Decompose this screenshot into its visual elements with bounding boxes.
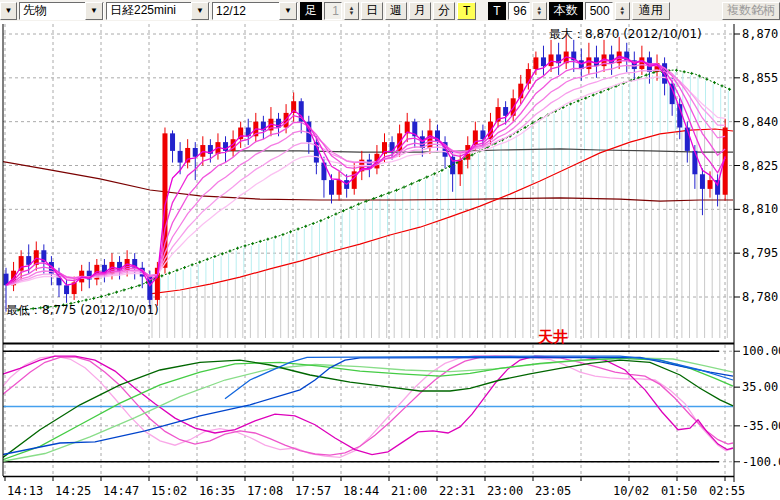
chevron-down-icon: ▼	[5, 6, 13, 15]
ema-ribbon	[6, 56, 725, 285]
contract-month-select[interactable]: 12/12 ▼	[212, 2, 298, 20]
svg-text:-100.00: -100.00	[742, 455, 780, 469]
period-minute-button[interactable]: 分	[433, 2, 455, 20]
category-value: 先物	[23, 2, 85, 19]
interval-spinner[interactable]: ▲▼	[344, 2, 359, 20]
ashi-label-button[interactable]: 足	[300, 2, 322, 20]
oscillator-panel	[0, 351, 733, 462]
svg-text:18:44: 18:44	[343, 484, 379, 498]
svg-text:8,855: 8,855	[742, 71, 778, 85]
svg-text:15:02: 15:02	[151, 484, 187, 498]
gridlines	[3, 24, 734, 476]
main-price-panel	[0, 34, 733, 338]
tick-toggle-button[interactable]: T	[457, 2, 476, 20]
count-spinner[interactable]: ▲▼	[615, 2, 630, 20]
svg-text:35.00: 35.00	[742, 380, 778, 394]
svg-text:16:35: 16:35	[199, 484, 235, 498]
svg-text:8,870: 8,870	[742, 27, 778, 41]
svg-text:8,810: 8,810	[742, 202, 778, 216]
chevron-down-icon[interactable]: ▼	[85, 2, 103, 20]
interval-input[interactable]: 1	[324, 2, 342, 20]
green-ma-markers	[17, 69, 732, 312]
symbol-select[interactable]: 日経225mini ▼	[106, 2, 210, 20]
svg-text:17:57: 17:57	[295, 484, 331, 498]
spinner-down-icon: ▼	[619, 11, 625, 16]
count-input[interactable]: 500	[585, 2, 613, 20]
bars-spinner[interactable]: ▲▼	[532, 2, 547, 20]
spinner-down-icon: ▼	[349, 11, 355, 16]
tick-mode-button[interactable]: T	[488, 2, 505, 20]
svg-text:02:55: 02:55	[709, 484, 745, 498]
svg-text:14:13: 14:13	[7, 484, 43, 498]
svg-text:8,825: 8,825	[742, 159, 778, 173]
bars-input[interactable]: 96	[508, 2, 530, 20]
contract-month-value: 12/12	[216, 4, 279, 18]
category-select[interactable]: 先物 ▼	[19, 2, 104, 20]
svg-text:10/02: 10/02	[613, 484, 649, 498]
svg-text:-35.00: -35.00	[742, 419, 780, 433]
honsuu-label-button[interactable]: 本数	[549, 2, 583, 20]
chevron-down-icon[interactable]: ▼	[191, 2, 209, 20]
rci-dark-green	[0, 360, 733, 460]
svg-text:23:05: 23:05	[535, 484, 571, 498]
svg-text:14:47: 14:47	[103, 484, 139, 498]
svg-text:8,780: 8,780	[742, 290, 778, 304]
chart-canvas[interactable]: 8,8708,8558,8408,8258,8108,7958,780100.0…	[0, 21, 780, 500]
svg-text:22:31: 22:31	[439, 484, 475, 498]
chart-toolbar: ▼ 先物 ▼ 日経225mini ▼ 12/12 ▼ 足 1 ▲▼ 日 週 月 …	[0, 0, 780, 21]
period-month-button[interactable]: 月	[409, 2, 431, 20]
apply-button[interactable]: 適用	[632, 2, 670, 20]
axis-labels: 8,8708,8558,8408,8258,8108,7958,780100.0…	[7, 27, 780, 498]
period-week-button[interactable]: 週	[385, 2, 407, 20]
symbol-value: 日経225mini	[110, 2, 191, 19]
period-day-button[interactable]: 日	[361, 2, 383, 20]
multi-symbol-button[interactable]: 複数銘柄	[722, 2, 780, 20]
svg-text:8,840: 8,840	[742, 115, 778, 129]
svg-text:23:00: 23:00	[487, 484, 523, 498]
chart-area[interactable]: 8,8708,8558,8408,8258,8108,7958,780100.0…	[0, 21, 780, 500]
trading-app-window: ▼ 先物 ▼ 日経225mini ▼ 12/12 ▼ 足 1 ▲▼ 日 週 月 …	[0, 0, 780, 500]
svg-text:14:25: 14:25	[55, 484, 91, 498]
svg-text:100.00: 100.00	[742, 344, 780, 358]
svg-text:8,795: 8,795	[742, 246, 778, 260]
svg-text:21:00: 21:00	[391, 484, 427, 498]
toolbar-collapse-button[interactable]: ▼	[0, 2, 17, 20]
chevron-down-icon[interactable]: ▼	[279, 2, 297, 20]
svg-text:17:08: 17:08	[247, 484, 283, 498]
osc-blue-short	[225, 356, 733, 399]
svg-text:01:50: 01:50	[661, 484, 697, 498]
spinner-down-icon: ▼	[536, 11, 542, 16]
